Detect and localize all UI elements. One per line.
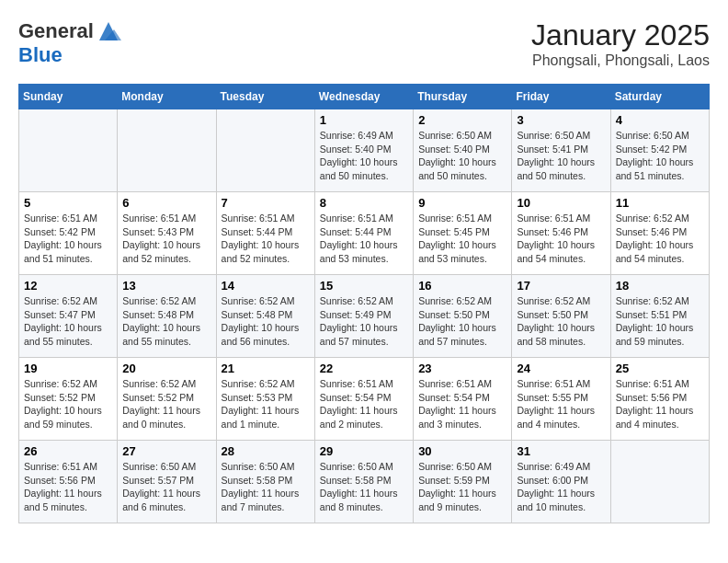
calendar-cell: 25Sunrise: 6:51 AM Sunset: 5:56 PM Dayli…: [610, 358, 709, 441]
day-info: Sunrise: 6:52 AM Sunset: 5:50 PM Dayligh…: [517, 294, 605, 349]
day-number: 30: [418, 444, 506, 458]
calendar-cell: 29Sunrise: 6:50 AM Sunset: 5:58 PM Dayli…: [314, 441, 413, 523]
calendar-cell: 10Sunrise: 6:51 AM Sunset: 5:46 PM Dayli…: [512, 192, 610, 275]
day-info: Sunrise: 6:49 AM Sunset: 5:40 PM Dayligh…: [320, 129, 408, 183]
day-info: Sunrise: 6:51 AM Sunset: 5:55 PM Dayligh…: [517, 377, 605, 431]
calendar-cell: 9Sunrise: 6:51 AM Sunset: 5:45 PM Daylig…: [414, 192, 512, 275]
day-info: Sunrise: 6:51 AM Sunset: 5:54 PM Dayligh…: [418, 377, 506, 431]
day-info: Sunrise: 6:52 AM Sunset: 5:52 PM Dayligh…: [24, 377, 112, 431]
calendar-cell: 18Sunrise: 6:52 AM Sunset: 5:51 PM Dayli…: [610, 275, 709, 358]
calendar-cell: 11Sunrise: 6:52 AM Sunset: 5:46 PM Dayli…: [610, 192, 709, 275]
day-number: 22: [320, 362, 408, 375]
day-info: Sunrise: 6:50 AM Sunset: 5:58 PM Dayligh…: [320, 460, 408, 514]
calendar-cell: 2Sunrise: 6:50 AM Sunset: 5:40 PM Daylig…: [414, 109, 512, 192]
calendar-cell: 12Sunrise: 6:52 AM Sunset: 5:47 PM Dayli…: [19, 275, 118, 358]
calendar-cell: 4Sunrise: 6:50 AM Sunset: 5:42 PM Daylig…: [610, 109, 709, 192]
calendar-cell: [118, 109, 216, 192]
calendar-cell: 19Sunrise: 6:52 AM Sunset: 5:52 PM Dayli…: [19, 358, 118, 441]
logo-blue: Blue: [18, 43, 63, 66]
weekday-header-wednesday: Wednesday: [314, 85, 413, 109]
day-number: 8: [320, 196, 408, 210]
calendar-cell: 23Sunrise: 6:51 AM Sunset: 5:54 PM Dayli…: [414, 358, 512, 441]
calendar-cell: 26Sunrise: 6:51 AM Sunset: 5:56 PM Dayli…: [19, 441, 118, 523]
calendar-cell: 5Sunrise: 6:51 AM Sunset: 5:42 PM Daylig…: [19, 192, 118, 275]
location-subtitle: Phongsali, Phongsali, Laos: [531, 52, 710, 69]
day-info: Sunrise: 6:51 AM Sunset: 5:56 PM Dayligh…: [616, 377, 704, 431]
day-number: 20: [122, 362, 210, 375]
calendar-cell: 21Sunrise: 6:52 AM Sunset: 5:53 PM Dayli…: [216, 358, 314, 441]
day-info: Sunrise: 6:52 AM Sunset: 5:47 PM Dayligh…: [24, 294, 112, 349]
calendar-cell: 7Sunrise: 6:51 AM Sunset: 5:44 PM Daylig…: [216, 192, 314, 275]
day-number: 18: [616, 279, 704, 293]
day-info: Sunrise: 6:50 AM Sunset: 5:58 PM Dayligh…: [222, 460, 310, 514]
calendar-cell: 15Sunrise: 6:52 AM Sunset: 5:49 PM Dayli…: [314, 275, 413, 358]
calendar-cell: 3Sunrise: 6:50 AM Sunset: 5:41 PM Daylig…: [512, 109, 610, 192]
day-number: 16: [418, 279, 506, 293]
calendar-cell: [610, 441, 709, 523]
day-info: Sunrise: 6:52 AM Sunset: 5:52 PM Dayligh…: [122, 377, 210, 431]
day-info: Sunrise: 6:51 AM Sunset: 5:43 PM Dayligh…: [122, 212, 210, 266]
day-number: 19: [24, 362, 112, 375]
calendar-cell: [19, 109, 118, 192]
calendar-cell: 8Sunrise: 6:51 AM Sunset: 5:44 PM Daylig…: [314, 192, 413, 275]
calendar-cell: 30Sunrise: 6:50 AM Sunset: 5:59 PM Dayli…: [414, 441, 512, 523]
day-number: 1: [320, 113, 408, 127]
header-row: SundayMondayTuesdayWednesdayThursdayFrid…: [19, 85, 710, 109]
day-info: Sunrise: 6:51 AM Sunset: 5:45 PM Dayligh…: [418, 212, 506, 266]
day-info: Sunrise: 6:52 AM Sunset: 5:48 PM Dayligh…: [222, 294, 310, 349]
day-number: 4: [616, 113, 704, 127]
day-number: 31: [517, 444, 605, 458]
day-number: 10: [517, 196, 605, 210]
calendar-cell: 6Sunrise: 6:51 AM Sunset: 5:43 PM Daylig…: [118, 192, 216, 275]
day-info: Sunrise: 6:50 AM Sunset: 5:59 PM Dayligh…: [418, 460, 506, 514]
day-info: Sunrise: 6:51 AM Sunset: 5:42 PM Dayligh…: [24, 212, 112, 266]
day-number: 6: [122, 196, 210, 210]
calendar-cell: 31Sunrise: 6:49 AM Sunset: 6:00 PM Dayli…: [512, 441, 610, 523]
weekday-header-monday: Monday: [118, 85, 216, 109]
weekday-header-sunday: Sunday: [19, 85, 118, 109]
month-title: January 2025: [531, 18, 710, 52]
calendar-cell: 16Sunrise: 6:52 AM Sunset: 5:50 PM Dayli…: [414, 275, 512, 358]
calendar-cell: 1Sunrise: 6:49 AM Sunset: 5:40 PM Daylig…: [314, 109, 413, 192]
day-info: Sunrise: 6:51 AM Sunset: 5:44 PM Dayligh…: [222, 212, 310, 266]
week-row-5: 26Sunrise: 6:51 AM Sunset: 5:56 PM Dayli…: [19, 441, 710, 523]
day-number: 29: [320, 444, 408, 458]
day-number: 17: [517, 279, 605, 293]
day-info: Sunrise: 6:51 AM Sunset: 5:46 PM Dayligh…: [517, 212, 605, 266]
day-info: Sunrise: 6:50 AM Sunset: 5:42 PM Dayligh…: [616, 129, 704, 183]
calendar-cell: 14Sunrise: 6:52 AM Sunset: 5:48 PM Dayli…: [216, 275, 314, 358]
day-info: Sunrise: 6:51 AM Sunset: 5:54 PM Dayligh…: [320, 377, 408, 431]
calendar-cell: 24Sunrise: 6:51 AM Sunset: 5:55 PM Dayli…: [512, 358, 610, 441]
day-info: Sunrise: 6:52 AM Sunset: 5:51 PM Dayligh…: [616, 294, 704, 349]
day-info: Sunrise: 6:50 AM Sunset: 5:41 PM Dayligh…: [517, 129, 605, 183]
day-info: Sunrise: 6:51 AM Sunset: 5:44 PM Dayligh…: [320, 212, 408, 266]
weekday-header-saturday: Saturday: [610, 85, 709, 109]
day-number: 3: [517, 113, 605, 127]
day-number: 9: [418, 196, 506, 210]
page-header: General Blue January 2025 Phongsali, Pho…: [18, 18, 710, 69]
day-number: 15: [320, 279, 408, 293]
calendar-table: SundayMondayTuesdayWednesdayThursdayFrid…: [18, 84, 710, 523]
calendar-cell: 27Sunrise: 6:50 AM Sunset: 5:57 PM Dayli…: [118, 441, 216, 523]
day-number: 23: [418, 362, 506, 375]
week-row-2: 5Sunrise: 6:51 AM Sunset: 5:42 PM Daylig…: [19, 192, 710, 275]
day-number: 12: [24, 279, 112, 293]
week-row-4: 19Sunrise: 6:52 AM Sunset: 5:52 PM Dayli…: [19, 358, 710, 441]
day-info: Sunrise: 6:49 AM Sunset: 6:00 PM Dayligh…: [517, 460, 605, 514]
day-number: 14: [222, 279, 310, 293]
weekday-header-tuesday: Tuesday: [216, 85, 314, 109]
calendar-cell: 20Sunrise: 6:52 AM Sunset: 5:52 PM Dayli…: [118, 358, 216, 441]
calendar-cell: 28Sunrise: 6:50 AM Sunset: 5:58 PM Dayli…: [216, 441, 314, 523]
day-number: 27: [122, 444, 210, 458]
day-info: Sunrise: 6:52 AM Sunset: 5:50 PM Dayligh…: [418, 294, 506, 349]
weekday-header-thursday: Thursday: [414, 85, 512, 109]
day-info: Sunrise: 6:50 AM Sunset: 5:40 PM Dayligh…: [418, 129, 506, 183]
day-number: 13: [122, 279, 210, 293]
calendar-cell: 22Sunrise: 6:51 AM Sunset: 5:54 PM Dayli…: [314, 358, 413, 441]
day-number: 21: [222, 362, 310, 375]
logo: General Blue: [18, 18, 121, 66]
day-number: 5: [24, 196, 112, 210]
day-number: 26: [24, 444, 112, 458]
calendar-cell: 13Sunrise: 6:52 AM Sunset: 5:48 PM Dayli…: [118, 275, 216, 358]
weekday-header-friday: Friday: [512, 85, 610, 109]
